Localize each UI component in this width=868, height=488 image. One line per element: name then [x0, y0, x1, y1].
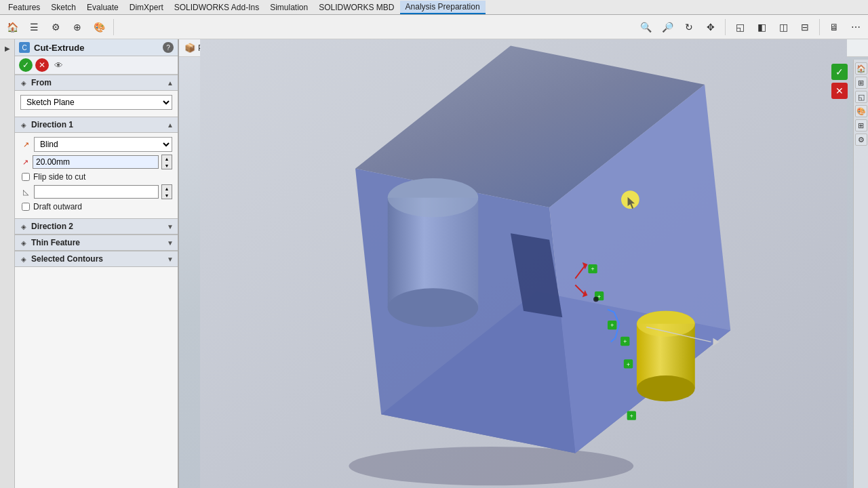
panel-header: C Cut-Extrude ?: [15, 39, 178, 56]
right-toolbar: 🏠 ⊞ ◱ 🎨 ⊞ ⚙: [853, 60, 868, 488]
thin-feature-icon: ◈: [19, 238, 28, 247]
toolbar-sep3: [819, 19, 820, 35]
svg-point-13: [637, 375, 695, 401]
direction1-icon: ◈: [19, 120, 28, 129]
draft-outward-checkbox[interactable]: [22, 203, 30, 211]
menu-dimxpert[interactable]: DimXpert: [124, 1, 169, 14]
draft-down-btn[interactable]: ▼: [162, 192, 172, 199]
depth-input[interactable]: [33, 155, 159, 169]
svg-text:+: +: [623, 338, 627, 345]
panel-title: Cut-Extrude: [34, 43, 159, 53]
toolbar-zoom-in[interactable]: 🔎: [658, 18, 677, 37]
ok-button[interactable]: ✓: [19, 58, 33, 72]
flip-checkbox[interactable]: [22, 173, 30, 181]
action-buttons: ✓ ✕ 👁: [15, 56, 178, 75]
toolbar-home[interactable]: 🏠: [3, 18, 22, 37]
thin-feature-chevron: ▼: [167, 239, 174, 247]
toolbar-rotate[interactable]: ↻: [679, 18, 698, 37]
svg-point-10: [388, 178, 479, 217]
toolbar-display-mode[interactable]: ◧: [752, 18, 771, 37]
from-label: From: [31, 78, 164, 87]
svg-text:+: +: [630, 413, 633, 420]
menu-sketch[interactable]: Sketch: [45, 1, 81, 14]
panel-help-btn[interactable]: ?: [163, 42, 174, 53]
menu-evaluate[interactable]: Evaluate: [81, 1, 124, 14]
menu-analysis[interactable]: Analysis Preparation: [400, 1, 486, 14]
rt-color[interactable]: 🎨: [855, 105, 867, 117]
toolbar-section-view[interactable]: ⊟: [795, 18, 814, 37]
direction1-type-select[interactable]: Blind Through All Through All - Both Up …: [34, 137, 172, 152]
reverse-dir1-btn[interactable]: ↗: [20, 139, 31, 150]
vp-confirm-btns: ✓ ✕: [831, 64, 848, 99]
selected-contours-label: Selected Contours: [31, 254, 164, 264]
depth-down-btn[interactable]: ▼: [162, 162, 172, 169]
toolbar-list[interactable]: ☰: [24, 18, 43, 37]
from-section-header[interactable]: ◈ From ▲: [15, 75, 178, 91]
expand-collapse-btn[interactable]: ▶: [1, 42, 14, 54]
viewport[interactable]: 📦 Part1 (Default<<Default>...): [179, 39, 868, 488]
svg-text:+: +: [610, 322, 614, 329]
toolbar-sep1: [113, 19, 114, 35]
menu-bar: Features Sketch Evaluate DimXpert SOLIDW…: [0, 0, 868, 15]
vp-ok-btn[interactable]: ✓: [831, 64, 848, 80]
svg-point-1: [349, 447, 633, 485]
thin-feature-section-header[interactable]: ◈ Thin Feature ▼: [15, 235, 178, 251]
depth-input-row: ↗ ▲ ▼: [20, 155, 172, 169]
draft-icon: ◺: [20, 186, 31, 197]
rt-display[interactable]: ◱: [855, 91, 867, 103]
panel-icon: C: [19, 42, 30, 53]
left-icon-strip: ▶: [0, 39, 15, 488]
draft-up-btn[interactable]: ▲: [162, 185, 172, 192]
rt-parts[interactable]: ⊞: [855, 77, 867, 89]
rt-addins[interactable]: ⊞: [855, 119, 867, 131]
rt-settings[interactable]: ⚙: [855, 134, 867, 146]
toolbar-color[interactable]: 🎨: [90, 18, 108, 37]
shape-container: + + + + + +: [179, 39, 868, 488]
selected-contours-chevron: ▼: [167, 256, 174, 263]
from-icon: ◈: [19, 78, 28, 87]
cancel-button[interactable]: ✕: [35, 58, 49, 72]
menu-features[interactable]: Features: [3, 1, 45, 14]
vp-cancel-btn[interactable]: ✕: [831, 83, 848, 99]
menu-mbd[interactable]: SOLIDWORKS MBD: [313, 1, 399, 14]
direction2-section-header[interactable]: ◈ Direction 2 ▼: [15, 218, 178, 235]
flip-checkbox-row: Flip side to cut: [20, 172, 172, 182]
draft-outward-row: Draft outward: [20, 202, 172, 211]
toolbar: 🏠 ☰ ⚙ ⊕ 🎨 🔍 🔎 ↻ ✥ ◱ ◧ ◫ ⊟ 🖥 ⋯: [0, 15, 868, 39]
thin-feature-label: Thin Feature: [31, 238, 164, 247]
rt-home[interactable]: 🏠: [855, 62, 867, 75]
direction1-label: Direction 1: [31, 120, 164, 129]
3d-shape-svg: + + + + + +: [179, 39, 868, 488]
from-select[interactable]: Sketch Plane Surface/Face/Plane Vertex O…: [20, 95, 172, 110]
selected-contours-icon: ◈: [19, 254, 28, 264]
draft-spinner: ▲ ▼: [161, 184, 172, 199]
selected-contours-section-header[interactable]: ◈ Selected Contours ▼: [15, 251, 178, 267]
flip-label: Flip side to cut: [33, 172, 85, 182]
direction1-content: ↗ Blind Through All Through All - Both U…: [15, 133, 178, 218]
toolbar-view-orient[interactable]: ◱: [730, 18, 749, 37]
preview-button[interactable]: 👁: [52, 58, 65, 72]
toolbar-pan[interactable]: ✥: [701, 18, 720, 37]
depth-spinner: ▲ ▼: [161, 155, 172, 169]
menu-simulation[interactable]: Simulation: [264, 1, 313, 14]
svg-text:+: +: [627, 361, 630, 368]
svg-point-14: [637, 311, 695, 337]
toolbar-search[interactable]: 🔍: [636, 18, 655, 37]
draft-input[interactable]: [34, 185, 159, 199]
menu-addins[interactable]: SOLIDWORKS Add-Ins: [169, 1, 264, 14]
direction1-section-header[interactable]: ◈ Direction 1 ▲: [15, 117, 178, 133]
toolbar-more[interactable]: ⋯: [846, 18, 865, 37]
toolbar-target[interactable]: ⊕: [68, 18, 87, 37]
depth-up-btn[interactable]: ▲: [162, 155, 172, 162]
toolbar-display[interactable]: 🖥: [825, 18, 844, 37]
toolbar-hide-show[interactable]: ◫: [774, 18, 793, 37]
from-chevron: ▲: [167, 79, 174, 87]
svg-point-33: [593, 297, 599, 302]
toolbar-assembly[interactable]: ⚙: [46, 18, 65, 37]
direction2-label: Direction 2: [31, 222, 164, 231]
main-layout: ▶ C Cut-Extrude ? ✓ ✕ 👁 ◈ From ▲ Sketch …: [0, 39, 868, 488]
direction2-icon: ◈: [19, 222, 28, 231]
direction1-chevron: ▲: [167, 121, 174, 129]
toolbar-sep2: [725, 19, 726, 35]
draft-outward-label: Draft outward: [33, 202, 82, 211]
